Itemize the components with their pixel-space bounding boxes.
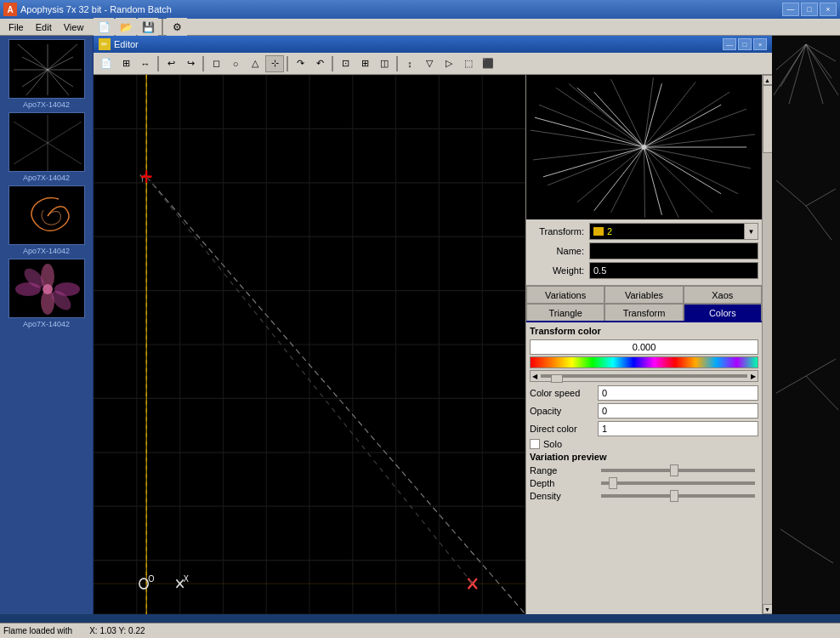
app-settings-button[interactable]: ⚙ bbox=[167, 18, 187, 37]
maximize-button[interactable]: □ bbox=[801, 3, 818, 16]
panel-scrollbar: ▲ ▼ bbox=[762, 75, 772, 614]
density-slider-row: Density bbox=[530, 491, 758, 501]
list-item[interactable]: Apo7X-14042 bbox=[3, 185, 89, 255]
range-slider-row: Range bbox=[530, 465, 758, 476]
app-icon: A bbox=[3, 3, 17, 16]
colors-panel-content: Transform color 0.000 ◀ bbox=[526, 322, 762, 614]
grid-button[interactable]: ⊞ bbox=[355, 55, 374, 72]
rect-button[interactable]: ◻ bbox=[207, 55, 225, 72]
thumbnail-label: Apo7X-14042 bbox=[23, 320, 70, 328]
thumbnail-panel: Apo7X-14042 Apo7X-14042 bbox=[0, 36, 94, 614]
app-new-button[interactable]: 📄 bbox=[94, 18, 114, 37]
select-button[interactable]: ⊹ bbox=[265, 55, 284, 72]
toolbar-sep-1 bbox=[157, 56, 159, 71]
list-item[interactable]: Apo7X-14042 bbox=[3, 39, 89, 109]
tab-xaos[interactable]: Xaos bbox=[684, 286, 762, 303]
minimize-button[interactable]: — bbox=[782, 3, 799, 16]
tab-variables[interactable]: Variables bbox=[604, 286, 683, 303]
color-speed-row: Color speed 0 bbox=[530, 385, 758, 401]
menu-view[interactable]: View bbox=[59, 21, 89, 33]
scrollbar-thumb[interactable] bbox=[551, 374, 563, 383]
editor-maximize-button[interactable]: □ bbox=[738, 38, 752, 50]
render-button[interactable]: ⬚ bbox=[459, 55, 478, 72]
scroll-down-button[interactable]: ▼ bbox=[763, 604, 773, 614]
weight-label: Weight: bbox=[530, 265, 589, 276]
density-slider-track[interactable] bbox=[601, 494, 755, 498]
tab-transform[interactable]: Transform bbox=[604, 304, 683, 321]
thumbnail-image bbox=[9, 259, 85, 318]
editor-title-controls[interactable]: — □ × bbox=[723, 38, 767, 50]
transform-dropdown-arrow[interactable]: ▼ bbox=[745, 223, 758, 240]
thumbnail-image bbox=[9, 39, 85, 99]
list-item[interactable]: Apo7X-14042 bbox=[3, 112, 89, 182]
depth-slider-track[interactable] bbox=[601, 481, 755, 485]
color-speed-input[interactable]: 0 bbox=[598, 385, 758, 401]
scroll-track[interactable] bbox=[763, 85, 773, 604]
pin-button[interactable]: ▽ bbox=[420, 55, 439, 72]
menu-bar: File Edit View 📄 📂 💾 ⚙ bbox=[0, 19, 840, 36]
thumbnail-label: Apo7X-14042 bbox=[23, 174, 70, 182]
scroll-right-icon[interactable]: ▶ bbox=[751, 373, 756, 380]
editor-title: Editor bbox=[114, 39, 139, 49]
tab-triangle[interactable]: Triangle bbox=[526, 304, 604, 321]
opacity-input[interactable]: 0 bbox=[598, 403, 758, 419]
flip-h-button[interactable]: ↔ bbox=[136, 55, 155, 72]
triangle-button[interactable]: △ bbox=[246, 55, 264, 72]
toolbar-separator bbox=[162, 19, 163, 36]
new-transform-button[interactable]: 📄 bbox=[97, 55, 116, 72]
menu-edit[interactable]: Edit bbox=[31, 21, 57, 33]
range-slider-track[interactable] bbox=[601, 469, 755, 472]
tab-row-2: Triangle Transform Colors bbox=[526, 304, 762, 322]
toolbar-sep-5 bbox=[396, 56, 398, 71]
depth-slider-row: Depth bbox=[530, 478, 758, 488]
copy-button[interactable]: ⊞ bbox=[116, 55, 135, 72]
bg-svg bbox=[772, 36, 840, 614]
app-save-button[interactable]: 💾 bbox=[138, 18, 158, 37]
svg-point-97 bbox=[642, 145, 647, 150]
svg-text:O: O bbox=[148, 573, 154, 584]
menu-file[interactable]: File bbox=[3, 21, 29, 33]
thumbnail-label: Apo7X-14042 bbox=[23, 247, 70, 255]
transform-value-display: 2 bbox=[589, 223, 745, 240]
scroll-thumb[interactable] bbox=[763, 85, 773, 153]
name-label: Name: bbox=[530, 246, 589, 256]
undo-button[interactable]: ↩ bbox=[162, 55, 180, 72]
zoom-fit-button[interactable]: ⊡ bbox=[336, 55, 355, 72]
editor-minimize-button[interactable]: — bbox=[723, 38, 736, 50]
scroll-up-button[interactable]: ▲ bbox=[763, 75, 773, 85]
editor-close-button[interactable]: × bbox=[753, 38, 767, 50]
flip-v-button[interactable]: ↕ bbox=[400, 55, 419, 72]
preview-image bbox=[526, 75, 762, 219]
solo-checkbox[interactable] bbox=[530, 439, 540, 449]
right-panel: Transform: 2 ▼ Name: bbox=[525, 75, 762, 614]
app-title-bar: A Apophysis 7x 32 bit - Random Batch — □… bbox=[0, 0, 840, 19]
fullscreen-button[interactable]: ◫ bbox=[375, 55, 394, 72]
rotate-cw-button[interactable]: ↷ bbox=[291, 55, 309, 72]
scroll-left-icon[interactable]: ◀ bbox=[532, 373, 537, 380]
move-button[interactable]: ▷ bbox=[440, 55, 458, 72]
depth-slider-thumb[interactable] bbox=[609, 477, 617, 489]
direct-color-input[interactable]: 1 bbox=[598, 421, 758, 436]
canvas-area[interactable]: Y bbox=[94, 75, 525, 614]
circle-button[interactable]: ○ bbox=[226, 55, 245, 72]
redo-button[interactable]: ↪ bbox=[181, 55, 200, 72]
editor-toolbar: 📄 ⊞ ↔ ↩ ↪ ◻ ○ △ ⊹ ↷ ↶ ⊡ ⊞ ◫ ↕ ▽ ▷ ⬚ ⬛ bbox=[94, 53, 772, 75]
density-slider-thumb[interactable] bbox=[670, 490, 678, 502]
variation-preview-title: Variation preview bbox=[530, 452, 758, 462]
range-slider-thumb[interactable] bbox=[670, 464, 678, 476]
tab-colors[interactable]: Colors bbox=[684, 304, 762, 321]
color-gradient-bar[interactable] bbox=[530, 356, 758, 368]
rotate-ccw-button[interactable]: ↶ bbox=[310, 55, 329, 72]
title-controls[interactable]: — □ × bbox=[782, 3, 837, 16]
color-value-display: 0.000 bbox=[530, 339, 758, 355]
list-item[interactable]: Apo7X-14042 bbox=[3, 259, 89, 328]
color-value-container: 0.000 ◀ ▶ bbox=[530, 339, 758, 382]
app-open-button[interactable]: 📂 bbox=[116, 18, 136, 37]
app-title: Apophysis 7x 32 bit - Random Batch bbox=[20, 4, 172, 14]
close-button[interactable]: × bbox=[820, 3, 837, 16]
tab-variations[interactable]: Variations bbox=[526, 286, 604, 303]
name-input[interactable] bbox=[589, 242, 758, 259]
weight-input[interactable]: 0.5 bbox=[589, 262, 758, 279]
export-button[interactable]: ⬛ bbox=[479, 55, 497, 72]
color-scrollbar[interactable]: ◀ ▶ bbox=[530, 370, 758, 382]
